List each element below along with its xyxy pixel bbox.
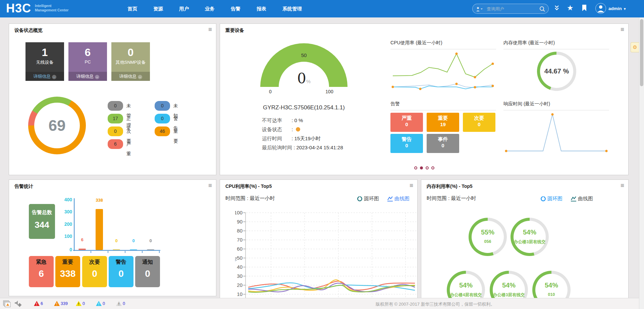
alarm-box-critical[interactable]: 严重 0 (390, 113, 423, 132)
details-link[interactable]: 详细信息→ (25, 72, 64, 81)
ring-view-button[interactable]: 圆环图 (357, 195, 379, 203)
gauge-value: 0% (260, 70, 347, 87)
svg-text:!: ! (118, 302, 119, 306)
favorites-star-icon[interactable]: ★ (567, 4, 574, 12)
svg-text:338: 338 (96, 198, 103, 203)
alarm-box-major[interactable]: 重要 19 (427, 113, 459, 132)
svg-text:%: % (235, 257, 238, 261)
alarm-box-warning[interactable]: 警告 0 (390, 134, 423, 153)
alarm-stat-box-minor[interactable]: 次要 0 (82, 256, 107, 287)
panel-menu-icon[interactable]: ≡ (410, 182, 413, 189)
scrollbar-thumb[interactable] (640, 19, 643, 86)
copyright-text: 版权所有 © 2007-2017 新华三技术有限公司，保留一切权利。 (376, 301, 495, 307)
curve-view-button[interactable]: 曲线图 (571, 195, 593, 203)
details-link[interactable]: 详细信息→ (111, 72, 150, 81)
alarm-stat-box-notice[interactable]: 通知 0 (135, 256, 160, 287)
alarm-box-minor[interactable]: 次要 0 (463, 113, 495, 132)
mem-usage-ring-chart: 44.67 % (537, 52, 576, 91)
menu-reports[interactable]: 报表 (249, 6, 274, 12)
footer-alarm-minor[interactable]: ! 0 (75, 301, 85, 306)
alarm-stat-box-urgent[interactable]: 紧急 6 (29, 256, 54, 287)
gear-icon[interactable]: ⚙ (631, 42, 639, 52)
alarm-bar-chart: 400 300 200 100 0 6338000 (64, 195, 168, 257)
ring-chart-icon (357, 196, 363, 202)
panel-title: 设备状态概览 (14, 28, 43, 34)
mem-ring-2[interactable]: 54% 办公楼3层有线交... (511, 218, 549, 256)
collapse-double-chevron-icon[interactable] (554, 5, 560, 13)
panel-menu-icon[interactable]: ≡ (621, 182, 624, 189)
menu-alarms[interactable]: 告警 (223, 6, 249, 12)
alarm-stats-panel: 告警统计 ≡ 告警总数 344 400 300 200 100 0 633800… (9, 179, 216, 296)
alarm-total-box: 告警总数 344 (29, 204, 55, 239)
pc-card[interactable]: 6 PC 详细信息→ (68, 42, 107, 81)
status-bar: ! 6 ! 339 ! 0 ! 0 ! 0 版权所有 © 2007-2017 新… (0, 298, 644, 309)
search-input[interactable] (487, 5, 532, 13)
alarm-stat-box-warning[interactable]: 警告 0 (109, 256, 133, 287)
pager-dot-4[interactable] (431, 166, 434, 169)
alarm-section-title: 告警 (390, 101, 496, 110)
footer-alarm-warning[interactable]: ! 0 (96, 301, 105, 306)
cpu-usage-chart-title: CPU使用率 (最近一小时) (390, 40, 496, 49)
mem-ring-5[interactable]: 54% 010 (532, 271, 571, 300)
menu-resources[interactable]: 资源 (145, 6, 171, 12)
footer-alarm-critical[interactable]: ! 6 (34, 301, 43, 306)
response-time-line-chart (503, 112, 609, 159)
pager-dot-3[interactable] (426, 166, 429, 169)
pager-dot-1[interactable] (414, 166, 417, 169)
search-scope-user-icon[interactable] (476, 6, 483, 13)
svg-text:60: 60 (237, 246, 243, 252)
arrow-right-icon: → (95, 75, 99, 79)
ring-view-button[interactable]: 圆环图 (540, 195, 562, 203)
panel-menu-icon[interactable]: ≡ (208, 182, 212, 189)
svg-text:0: 0 (132, 238, 135, 243)
panel-title: 告警统计 (14, 184, 33, 190)
svg-text:!: ! (78, 302, 79, 306)
footer-alarm-notice[interactable]: ! 0 (116, 301, 125, 306)
device-status-donut-chart: 69 (28, 97, 86, 154)
svg-text:70: 70 (237, 237, 243, 243)
curve-chart-icon (387, 196, 393, 202)
gallery-icon[interactable] (3, 300, 11, 309)
wireless-device-card[interactable]: 1 无线设备 详细信息→ (25, 42, 64, 81)
logo-tagline: Intelligent Management Center (35, 4, 68, 12)
mem-top5-panel: 内存利用率(%) - Top5 ≡ 时间范围 : 最近一小时 圆环图 曲线图 5… (421, 179, 629, 300)
details-link[interactable]: 详细信息→ (68, 72, 107, 81)
menu-services[interactable]: 业务 (197, 6, 223, 12)
panel-menu-icon[interactable]: ≡ (208, 26, 212, 33)
panel-title: 重要设备 (225, 28, 244, 34)
pager-dot-2[interactable] (420, 166, 423, 169)
svg-text:0: 0 (149, 238, 152, 243)
search-icon[interactable] (539, 6, 546, 14)
mem-ring-1[interactable]: 55% 056 (469, 218, 507, 256)
device-name[interactable]: GYRZ-H3C.S7506E(10.254.1.1) (237, 104, 371, 111)
vertical-scrollbar[interactable] (639, 17, 644, 309)
svg-text:!: ! (56, 302, 57, 306)
snmp-device-card[interactable]: 0 其他SNMP设备 详细信息→ (111, 42, 150, 81)
menu-home[interactable]: 首页 (119, 6, 145, 12)
main-menu: 首页 资源 用户 业务 告警 报表 系统管理 (119, 0, 310, 17)
svg-text:0: 0 (115, 238, 117, 243)
mem-ring-3[interactable]: 54% 办公楼4层有线交 (447, 271, 485, 300)
warning-triangle-icon: ! (34, 301, 40, 306)
menu-system[interactable]: 系统管理 (274, 6, 310, 12)
user-avatar[interactable] (595, 3, 606, 14)
device-status-panel: 设备状态概览 ≡ 1 无线设备 详细信息→ 6 PC 详细信息→ 0 其他SNM… (9, 23, 216, 175)
search-box[interactable] (472, 4, 549, 14)
mem-ring-4[interactable]: 54% 办公楼3层有线交 (490, 271, 528, 300)
alarm-stat-box-major[interactable]: 重要 338 (55, 256, 80, 287)
alarm-box-event[interactable]: 事件 0 (427, 134, 459, 153)
bookmark-icon[interactable] (582, 4, 587, 13)
svg-text:!: ! (36, 302, 37, 306)
menu-users[interactable]: 用户 (171, 6, 197, 12)
panel-menu-icon[interactable]: ≡ (621, 26, 624, 33)
svg-text:10: 10 (237, 291, 243, 297)
svg-text:300: 300 (64, 209, 72, 214)
svg-text:100: 100 (235, 210, 243, 215)
warning-triangle-icon: ! (96, 301, 102, 306)
top-navbar: H3C Intelligent Management Center 首页 资源 … (0, 0, 644, 17)
sound-settings-icon[interactable] (14, 300, 22, 309)
username-menu[interactable]: admin▼ (608, 6, 627, 11)
footer-alarm-major[interactable]: ! 339 (54, 301, 68, 306)
curve-view-button[interactable]: 曲线图 (387, 195, 410, 203)
svg-text:20: 20 (237, 282, 243, 288)
